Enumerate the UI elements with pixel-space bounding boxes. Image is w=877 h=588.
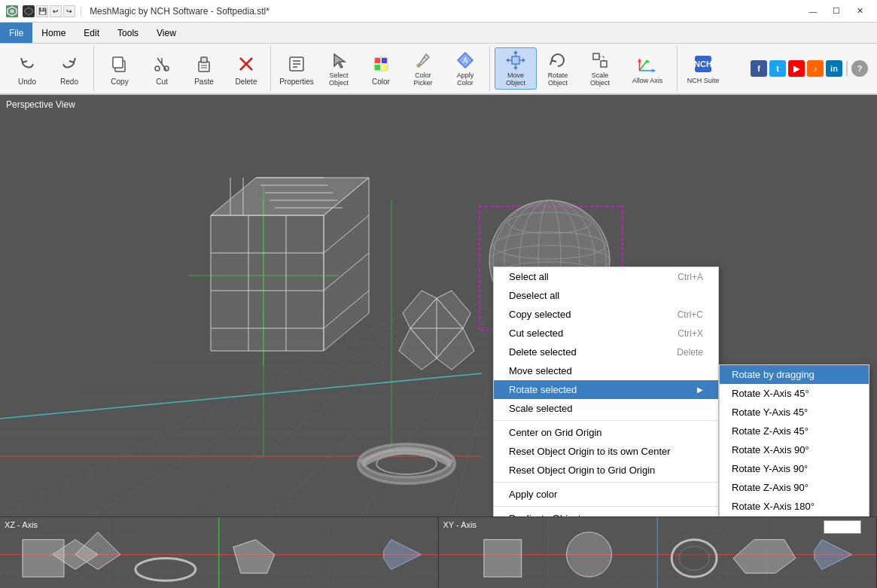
toolbar-divider <box>846 61 848 76</box>
rotate-submenu: Rotate by dragging Rotate X-Axis 45° Rot… <box>719 364 869 516</box>
subview-xy[interactable]: XY - Axis <box>439 517 878 588</box>
toolbar: Undo Redo Copy Cut Paste <box>0 44 877 95</box>
subview-xy-label-box <box>824 520 861 534</box>
window-title: MeshMagic by NCH Software - Softpedia.st… <box>90 6 269 17</box>
sub-rotate-drag[interactable]: Rotate by dragging <box>720 365 869 384</box>
subview-xz[interactable]: XZ - Axis <box>0 517 439 588</box>
help-button[interactable]: ? <box>851 60 868 77</box>
nch-suite-button[interactable]: NCH NCH Suite <box>682 47 724 90</box>
svg-marker-43 <box>652 69 655 72</box>
menu-tools[interactable]: Tools <box>108 23 148 43</box>
redo-button[interactable]: Redo <box>48 47 90 90</box>
svg-rect-29 <box>512 56 519 64</box>
redo-btn-titlebar[interactable]: ↪ <box>63 5 75 17</box>
ctx-rotate-selected[interactable]: Rotate selected ▶ <box>494 380 718 399</box>
sub-rotate-y180[interactable]: Rotate Y-Axis 180° <box>720 516 869 516</box>
scale-object-button[interactable]: Scale Object <box>579 47 621 90</box>
rotate-object-label: Rotate Object <box>541 72 575 87</box>
move-object-button[interactable]: Move Object <box>495 47 537 90</box>
ctx-cut-selected[interactable]: Cut selected Ctrl+X <box>494 324 718 343</box>
ctx-center-grid[interactable]: Center on Grid Origin <box>494 423 718 442</box>
sub-rotate-z45[interactable]: Rotate Z-Axis 45° <box>720 422 869 440</box>
menu-file[interactable]: File <box>0 23 32 43</box>
select-object-label: Select Object <box>321 72 356 87</box>
sub-rotate-y90[interactable]: Rotate Y-Axis 90° <box>720 459 869 478</box>
menu-view[interactable]: View <box>148 23 185 43</box>
ctx-delete-selected[interactable]: Delete selected Delete <box>494 343 718 361</box>
ctx-select-all[interactable]: Select all Ctrl+A <box>494 267 718 286</box>
ctx-move-selected[interactable]: Move selected <box>494 361 718 380</box>
ctx-copy-selected[interactable]: Copy selected Ctrl+C <box>494 305 718 324</box>
ctx-apply-color[interactable]: Apply color <box>494 485 718 504</box>
svg-marker-31 <box>513 50 518 53</box>
color-label: Color <box>372 78 390 86</box>
svg-rect-21 <box>375 58 380 63</box>
svg-marker-35 <box>506 58 509 62</box>
cut-icon <box>150 52 174 76</box>
delete-label: Delete <box>236 78 257 86</box>
delete-button[interactable]: Delete <box>225 47 267 90</box>
redo-icon <box>57 52 81 76</box>
sub-rotate-x90[interactable]: Rotate X-Axis 90° <box>720 440 869 459</box>
color-picker-button[interactable]: Color Picker <box>402 47 444 90</box>
select-object-button[interactable]: Select Object <box>318 47 360 90</box>
music-button[interactable]: ♪ <box>807 60 824 77</box>
minimize-button[interactable]: — <box>802 0 824 23</box>
facebook-button[interactable]: f <box>751 60 767 77</box>
sub-rotate-x180[interactable]: Rotate X-Axis 180° <box>720 497 869 516</box>
ctx-scale-selected[interactable]: Scale selected <box>494 399 718 418</box>
rotate-object-button[interactable]: Rotate Object <box>537 47 579 90</box>
sub-rotate-y45[interactable]: Rotate Y-Axis 45° <box>720 403 869 422</box>
apply-color-icon: A <box>453 50 477 71</box>
apply-color-button[interactable]: A Apply Color <box>444 47 486 90</box>
undo-btn-titlebar[interactable]: ↩ <box>50 5 62 17</box>
maximize-button[interactable]: ☐ <box>825 0 848 23</box>
ctx-sep2 <box>494 482 718 483</box>
move-object-icon <box>504 50 528 71</box>
copy-button[interactable]: Copy <box>99 47 141 90</box>
svg-marker-37 <box>522 58 525 62</box>
color-picker-label: Color Picker <box>406 72 440 87</box>
properties-button[interactable]: Properties <box>276 47 318 90</box>
window-icon-small <box>23 5 35 17</box>
ctx-duplicate-objects[interactable]: Duplicate Objects <box>494 509 718 516</box>
menubar: File Home Edit Tools View <box>0 23 877 44</box>
linkedin-button[interactable]: in <box>826 60 842 77</box>
3d-viewport[interactable]: Perspective View <box>0 95 877 516</box>
color-button[interactable]: Color <box>360 47 402 90</box>
twitter-button[interactable]: t <box>769 60 786 77</box>
quick-access-btn[interactable]: 💾 <box>36 5 48 17</box>
svg-point-141 <box>566 532 611 577</box>
cut-button[interactable]: Cut <box>141 47 183 90</box>
undo-label: Undo <box>18 78 36 86</box>
toolbar-group-nch: NCH NCH Suite <box>679 46 727 91</box>
menu-home[interactable]: Home <box>32 23 75 43</box>
svg-text:NCH: NCH <box>694 59 712 69</box>
youtube-button[interactable]: ▶ <box>788 60 805 77</box>
ctx-reset-grid-origin[interactable]: Reset Object Origin to Grid Origin <box>494 461 718 480</box>
main-area: Perspective View <box>0 95 877 588</box>
properties-icon <box>285 52 309 76</box>
submenu-arrow: ▶ <box>697 385 703 394</box>
svg-rect-11 <box>201 57 207 62</box>
titlebar-left: 💾 ↩ ↪ | MeshMagic by NCH Software - Soft… <box>6 5 269 17</box>
menu-edit[interactable]: Edit <box>75 23 108 43</box>
subview-xz-label: XZ - Axis <box>5 520 38 529</box>
ctx-deselect-all[interactable]: Deselect all <box>494 286 718 305</box>
titlebar-controls: — ☐ ✕ <box>802 0 871 23</box>
subview-xz-canvas <box>0 517 438 588</box>
allow-axis-button[interactable]: Allow Axis <box>621 47 674 90</box>
close-button[interactable]: ✕ <box>848 0 871 23</box>
undo-button[interactable]: Undo <box>6 47 48 90</box>
paste-label: Paste <box>194 78 214 86</box>
svg-rect-127 <box>23 540 64 577</box>
copy-label: Copy <box>111 78 128 86</box>
ctx-reset-own-center[interactable]: Reset Object Origin to its own Center <box>494 442 718 461</box>
apply-color-label: Apply Color <box>448 72 483 87</box>
sub-rotate-z90[interactable]: Rotate Z-Axis 90° <box>720 478 869 497</box>
redo-label: Redo <box>60 78 78 86</box>
app-icon <box>6 5 18 17</box>
sub-rotate-x45[interactable]: Rotate X-Axis 45° <box>720 384 869 403</box>
paste-button[interactable]: Paste <box>183 47 225 90</box>
toolbar-group-transform: Move Object Rotate Object Scale Object A… <box>492 46 678 91</box>
